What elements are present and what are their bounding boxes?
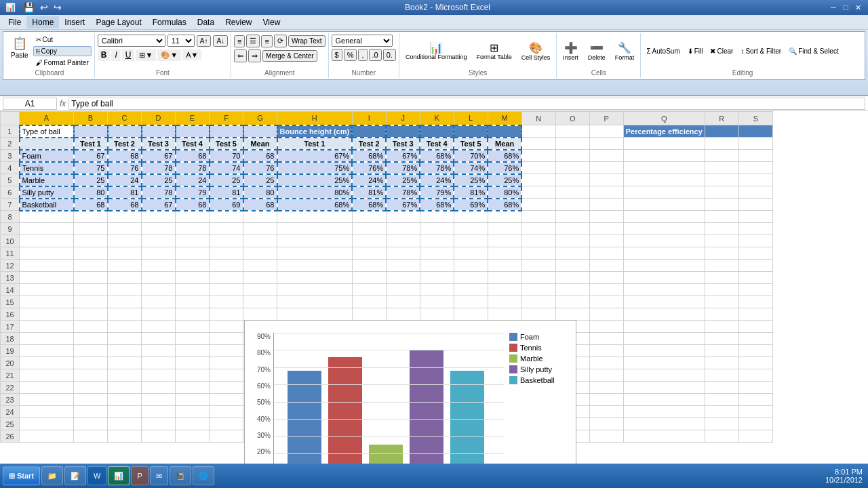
comma-btn[interactable]: , [358,49,367,61]
cell-M5[interactable]: 25% [488,174,521,186]
cell-N2[interactable] [521,138,555,150]
cell-C6[interactable]: 81 [108,186,142,199]
cell-C5[interactable]: 24 [108,174,142,186]
cell-A4[interactable]: Tennis [20,162,74,174]
cell-A5[interactable]: Marble [20,174,74,186]
menu-page-layout[interactable]: Page Layout [90,16,146,28]
cell-H5[interactable]: 25% [277,174,353,186]
name-box[interactable] [3,98,57,110]
cell-A7[interactable]: Basketball [20,199,74,211]
chart-container[interactable]: 90% 80% 70% 60% 50% 40% 30% 20% 10% 0% [244,320,576,464]
maximize-btn[interactable]: □ [841,3,850,12]
delete-cells-btn[interactable]: ➖ Delete [585,39,609,63]
wrap-text-btn[interactable]: Wrap Text [288,35,326,47]
cell-P1[interactable] [589,125,623,138]
cell-E4[interactable]: 78 [176,162,210,174]
taskbar-powerpoint[interactable]: P [131,466,148,485]
conditional-formatting-btn[interactable]: 📊 Conditional Formatting [402,39,471,63]
col-header-R[interactable]: R [705,112,738,125]
percent-btn[interactable]: % [344,49,357,61]
start-button[interactable]: ⊞ Start [3,466,40,485]
menu-home[interactable]: Home [26,16,59,28]
cell-A2[interactable] [20,138,74,150]
cell-H4[interactable]: 75% [277,162,353,174]
col-header-C[interactable]: C [108,112,142,125]
col-header-S[interactable]: S [738,112,772,125]
menu-view[interactable]: View [258,16,286,28]
cell-F2[interactable]: Test 5 [210,138,243,150]
paste-button[interactable]: 📋 Paste [7,35,32,61]
taskbar-notepad[interactable]: 📝 [64,466,86,485]
cell-D5[interactable]: 25 [142,174,176,186]
cell-M4[interactable]: 76% [488,162,521,174]
cell-E3[interactable]: 68 [176,150,210,162]
cell-D1[interactable] [142,125,176,138]
cell-E2[interactable]: Test 4 [176,138,210,150]
cell-A1[interactable]: Type of ball [20,125,74,138]
cut-button[interactable]: ✂ Cut [33,35,92,45]
taskbar-word[interactable]: W [87,466,106,485]
cell-H2[interactable]: Test 1 [277,138,353,150]
cell-L1[interactable] [454,125,488,138]
col-header-P[interactable]: P [589,112,623,125]
col-header-H[interactable]: H [277,112,353,125]
cell-G3[interactable]: 68 [243,150,277,162]
redo-btn[interactable]: ↪ [52,1,64,14]
cell-H1[interactable]: Bounce height (cm) [277,125,353,138]
cell-Q2[interactable] [623,138,705,150]
col-header-N[interactable]: N [521,112,555,125]
cell-C2[interactable]: Test 2 [108,138,142,150]
cell-I2[interactable]: Test 2 [352,138,386,150]
taskbar-onenote[interactable]: 📓 [170,466,191,485]
cell-E5[interactable]: 24 [176,174,210,186]
sheet-area[interactable]: A B C D E F G H I J K L M N O [0,111,868,464]
find-select-btn[interactable]: 🔍 Find & Select [786,46,841,56]
cell-K1[interactable] [420,125,454,138]
save-btn[interactable]: 💾 [21,1,37,14]
cell-K3[interactable]: 68% [420,150,454,162]
cell-F1[interactable] [210,125,243,138]
font-size-select[interactable]: 11 [167,35,195,47]
menu-formulas[interactable]: Formulas [147,16,192,28]
fill-btn[interactable]: ⬇ Fill [685,46,706,56]
cell-G7[interactable]: 68 [243,199,277,211]
cell-J7[interactable]: 67% [386,199,420,211]
cell-C3[interactable]: 68 [108,150,142,162]
cell-H3[interactable]: 67% [277,150,353,162]
cell-I3[interactable]: 68% [352,150,386,162]
align-right-btn[interactable]: ≡ [261,35,272,47]
sort-filter-btn[interactable]: ↕ Sort & Filter [738,46,784,56]
cell-O1[interactable] [555,125,589,138]
col-header-B[interactable]: B [74,112,108,125]
clear-btn[interactable]: ✖ Clear [707,46,736,56]
col-header-I[interactable]: I [352,112,386,125]
autosum-btn[interactable]: Σ AutoSum [644,46,682,56]
cell-L3[interactable]: 70% [454,150,488,162]
cell-L6[interactable]: 81% [454,186,488,199]
taskbar-excel[interactable]: 📊 [108,466,130,485]
cell-M3[interactable]: 68% [488,150,521,162]
cell-E6[interactable]: 79 [176,186,210,199]
currency-btn[interactable]: $ [332,49,342,61]
cell-I6[interactable]: 81% [352,186,386,199]
format-as-table-btn[interactable]: ⊞ Format Table [473,39,515,63]
cell-G6[interactable]: 80 [243,186,277,199]
cell-H6[interactable]: 80% [277,186,353,199]
cell-M6[interactable]: 80% [488,186,521,199]
cell-A3[interactable]: Foam [20,150,74,162]
cell-B7[interactable]: 68 [74,199,108,211]
align-center-btn[interactable]: ☰ [246,35,260,47]
cell-G2[interactable]: Mean [243,138,277,150]
col-header-A[interactable]: A [20,112,74,125]
cell-B2[interactable]: Test 1 [74,138,108,150]
cell-F5[interactable]: 25 [210,174,243,186]
font-color-btn[interactable]: A▼ [182,49,201,60]
cell-I7[interactable]: 68% [352,199,386,211]
font-size-increase-btn[interactable]: A↑ [197,35,212,47]
decimal-inc-btn[interactable]: .0 [369,49,382,61]
col-header-Q[interactable]: Q [623,112,705,125]
cell-L5[interactable]: 25% [454,174,488,186]
col-header-O[interactable]: O [555,112,589,125]
cell-C4[interactable]: 76 [108,162,142,174]
cell-G5[interactable]: 25 [243,174,277,186]
